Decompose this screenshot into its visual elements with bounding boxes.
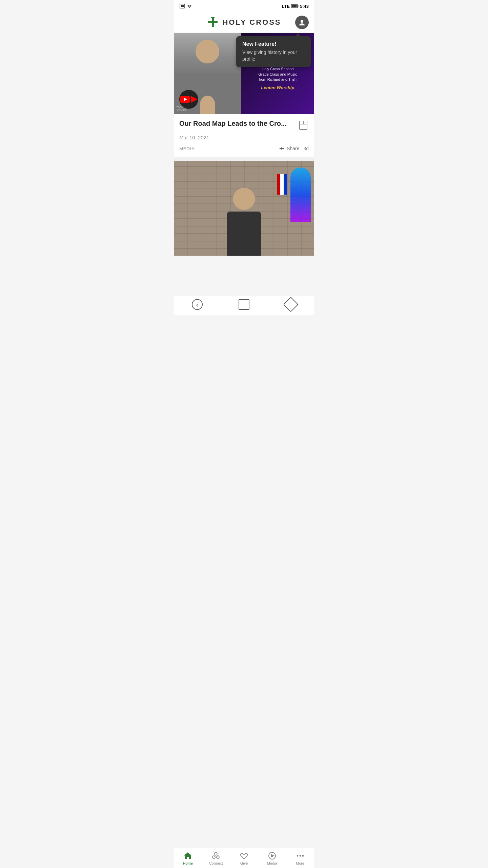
status-icons-left [179, 3, 192, 9]
profile-button[interactable] [295, 16, 309, 29]
tooltip-title: New Feature! [242, 41, 305, 47]
svg-rect-7 [211, 17, 215, 18]
priest-head [196, 40, 219, 63]
youtube-icon [180, 96, 190, 103]
svg-rect-6 [208, 21, 218, 23]
tooltip-body: View giving history in your profile [242, 49, 305, 62]
cross-logo-icon [207, 16, 219, 28]
flag [277, 174, 287, 195]
card-category: MEDIA [179, 146, 195, 151]
pastor-head [233, 188, 255, 210]
logo: HOLY CROSS [207, 16, 281, 28]
recents-button[interactable] [283, 297, 298, 312]
time-ago: 3d [303, 146, 309, 151]
svg-point-8 [301, 20, 303, 23]
card-title-row: Our Road Map Leads to the Cro... [179, 120, 309, 132]
card-date: Mar 10, 2021 [179, 135, 309, 140]
sim-icon [179, 3, 185, 9]
user-icon [298, 19, 306, 26]
system-nav-bar [174, 296, 314, 315]
card-meta: MEDIA Share 3d [179, 146, 309, 151]
pastor-body [227, 212, 261, 256]
wifi-icon [187, 3, 192, 9]
play-button[interactable] [179, 90, 198, 109]
bookmark-button[interactable] [298, 120, 309, 132]
worship-label: Lenten Worship [258, 85, 297, 91]
logo-text: HOLY CROSS [222, 18, 281, 27]
stained-glass [290, 167, 311, 222]
share-icon [279, 146, 285, 151]
status-bar: LTE 5:43 [174, 0, 314, 12]
back-button[interactable] [192, 299, 203, 310]
share-label: Share [287, 146, 299, 151]
home-button[interactable] [239, 299, 249, 310]
svg-rect-4 [291, 5, 297, 7]
card-actions: Share 3d [279, 146, 309, 151]
header: HOLY CROSS [174, 12, 314, 33]
feature-tooltip[interactable]: New Feature! View giving history in your… [236, 36, 311, 67]
svg-rect-3 [298, 5, 298, 7]
card-info: Our Road Map Leads to the Cro... Mar 10,… [174, 114, 314, 157]
lte-label: LTE [282, 4, 290, 9]
second-card[interactable] [174, 161, 314, 256]
svg-rect-1 [181, 5, 184, 7]
share-button[interactable]: Share [279, 146, 299, 151]
battery-icon [291, 4, 299, 8]
pastor-figure [224, 188, 264, 256]
card-divider [174, 157, 314, 161]
status-icons-right: LTE 5:43 [282, 4, 309, 9]
time-display: 5:43 [300, 4, 309, 9]
second-card-image [174, 161, 314, 256]
bookmark-icon [299, 121, 307, 131]
child-figure [200, 96, 215, 114]
card-title[interactable]: Our Road Map Leads to the Cro... [179, 120, 298, 127]
